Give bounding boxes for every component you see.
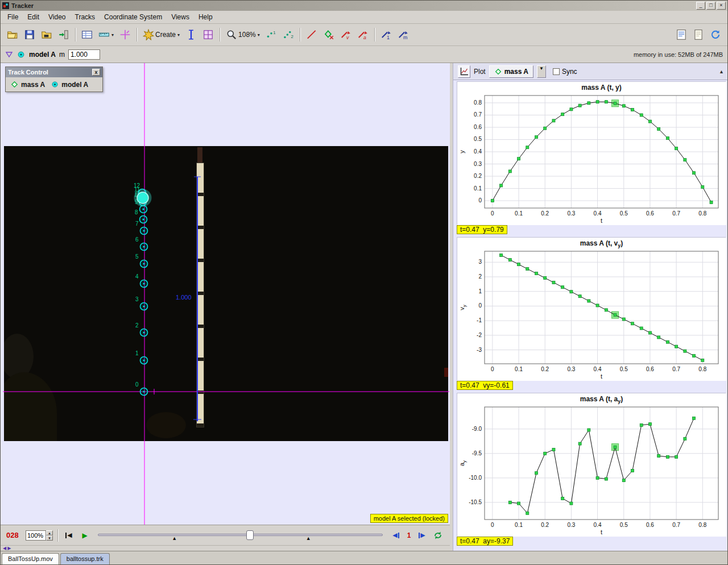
svg-text:a: a [363,35,366,40]
step-forward-button[interactable]: ▶ [416,530,428,541]
zoom-up-icon[interactable]: ▲ [46,530,53,535]
model-bar: model A m memory in use: 52MB of 247MB [1,46,727,63]
tape-measure-button[interactable]: ▾ [96,27,116,42]
axes-icon [119,29,131,40]
axes-button[interactable] [117,27,133,42]
expand-triangle-icon[interactable] [5,51,13,58]
tab-balltossup-mov[interactable]: BallTossUp.mov [2,553,59,565]
svg-text:-10.5: -10.5 [469,499,482,505]
svg-text:0: 0 [491,522,494,528]
svg-text:0: 0 [478,197,482,203]
mass-field[interactable] [68,49,100,60]
menu-help[interactable]: Help [194,11,217,23]
paths-button[interactable] [304,27,320,42]
sync-control: Sync [553,68,577,76]
track-control-close-icon[interactable]: x [92,69,100,76]
vector-sum-button[interactable]: m [395,27,411,42]
import-button[interactable] [56,27,72,42]
zoom-down-icon[interactable]: ▼ [46,535,53,541]
plot-card-t-vy[interactable]: 00.10.20.30.40.50.60.70.8-3-2-10123mass … [457,237,726,380]
track-control-titlebar[interactable]: Track Control x [6,67,102,77]
calibration-stick-button[interactable] [183,27,199,42]
player-slider[interactable]: ▲ ▲ [98,529,383,542]
plot-card-t-ay[interactable]: 00.10.20.30.40.50.60.70.8-10.5-10.0-9.5-… [457,393,726,536]
trail-long-button[interactable]: 2 [280,27,296,42]
track-selector[interactable]: mass A [489,65,533,78]
svg-text:0.3: 0.3 [567,210,575,217]
open-button[interactable] [5,27,20,42]
sync-checkbox[interactable] [553,68,560,75]
model-name-label[interactable]: model A [29,51,56,59]
chart-t-ay[interactable]: 00.10.20.30.40.50.60.70.8-10.5-10.0-9.5-… [457,393,726,537]
positions-button[interactable] [321,27,337,42]
vector-one-button[interactable]: 1 [378,27,394,42]
import-icon [58,29,69,40]
close-button[interactable]: × [717,2,726,10]
vec1-icon: 1 [380,29,392,40]
slider-thumb[interactable] [246,530,254,540]
svg-text:0.5: 0.5 [474,136,482,142]
menu-tracks[interactable]: Tracks [71,11,100,23]
svg-text:0: 0 [478,302,482,309]
collapse-panel-icon[interactable]: ▲ [719,69,724,74]
plot-readout-t-vy: t=0.47 vy=-0.61 [457,381,513,390]
refresh-button[interactable] [708,27,723,42]
menu-edit[interactable]: Edit [23,11,44,23]
slider-track[interactable] [98,534,383,536]
menu-coordinate-system[interactable]: Coordinate System [100,11,167,23]
data-builder-button[interactable] [673,27,689,42]
svg-text:0.1: 0.1 [474,185,482,192]
track-selector-arrow[interactable]: ▼ [537,65,546,78]
save-button[interactable] [22,27,38,42]
svg-text:2: 2 [478,273,482,280]
menu-views[interactable]: Views [167,11,194,23]
trail2-icon: 2 [283,29,294,40]
zoom-button[interactable]: 108%▾ [224,27,262,42]
video-view[interactable]: 1.0000123456789101112 Track Control x ma… [1,63,450,525]
collapse-right-icon[interactable]: ▶ [7,546,11,551]
open-video-button[interactable] [39,27,55,42]
collapse-left-icon[interactable]: ◀ [3,546,6,551]
trail-short-button[interactable]: 1 [263,27,279,42]
data-tool-button[interactable] [79,27,95,42]
step-size-label[interactable]: 1 [406,531,412,539]
velocity-vectors-button[interactable]: v [338,27,354,42]
title-bar[interactable]: Tracker _ □ × [1,1,727,11]
svg-text:0.6: 0.6 [646,366,654,372]
maximize-button[interactable]: □ [706,2,715,10]
svg-text:0.8: 0.8 [474,99,482,106]
tab-balltossup-trk[interactable]: balltossup.trk [60,553,110,565]
in-point-marker[interactable]: ▲ [172,535,177,541]
diamond-icon [10,80,19,89]
toolbar-right-group [673,27,724,42]
svg-text:t: t [601,373,602,380]
track-control-window[interactable]: Track Control x mass Amodel A [5,67,103,92]
minimize-button[interactable]: _ [696,2,705,10]
chart-t-y[interactable]: 00.10.20.30.40.50.60.70.800.10.20.30.40.… [457,82,726,225]
video-zoom-spinner[interactable]: ▲ ▼ [26,530,53,541]
play-button[interactable]: ▶ [78,530,91,541]
plots-button[interactable] [458,65,470,78]
svg-text:-9.0: -9.0 [472,426,482,432]
create-button[interactable]: Create▾ [140,27,182,42]
chart-t-vy[interactable]: 00.10.20.30.40.50.60.70.8-3-2-10123mass … [457,238,726,381]
svg-text:m: m [403,35,407,40]
menu-file[interactable]: File [3,11,23,23]
reset-button[interactable]: ◀ [63,530,75,541]
video-zoom-field[interactable] [26,530,46,541]
acceleration-vectors-button[interactable]: a [355,27,371,42]
world-view-button[interactable] [200,27,216,42]
track-item-model-a[interactable]: model A [51,80,88,89]
menu-video[interactable]: Video [44,11,70,23]
step-back-button[interactable]: ◀ [390,530,402,541]
svg-text:2: 2 [291,34,293,39]
track-item-mass-a[interactable]: mass A [10,80,45,89]
plot-card-t-y[interactable]: 00.10.20.30.40.50.60.70.800.10.20.30.40.… [457,81,726,225]
out-point-marker[interactable]: ▲ [306,535,311,541]
vecm-icon: m [398,29,409,40]
pane-divider-strip[interactable]: ◀ ▶ [1,545,450,551]
loop-button[interactable] [432,530,444,541]
svg-text:0.4: 0.4 [594,522,602,528]
chevron-down-icon: ▾ [258,32,260,38]
notes-button[interactable] [690,27,706,42]
